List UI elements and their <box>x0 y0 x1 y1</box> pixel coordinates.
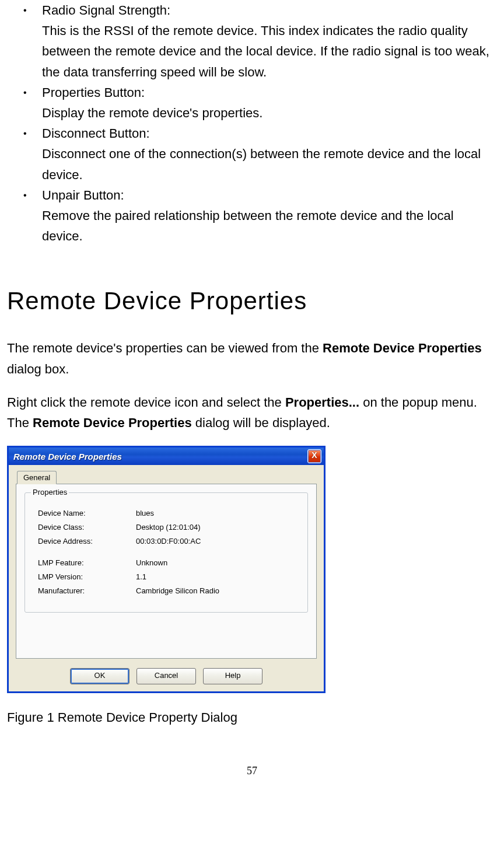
prop-value: Cambridge Silicon Radio <box>136 586 297 595</box>
properties-group: Properties Device Name: blues Device Cla… <box>24 492 308 613</box>
bullet-icon: • <box>23 185 27 206</box>
bold-text: Remote Device Properties <box>323 341 482 355</box>
prop-value: 1.1 <box>136 572 297 581</box>
prop-value: Desktop (12:01:04) <box>136 523 297 532</box>
prop-label: LMP Feature: <box>38 558 136 567</box>
bold-text: Properties... <box>285 395 359 410</box>
item-desc: Disconnect one of the connection(s) betw… <box>42 144 497 184</box>
prop-value: 00:03:0D:F0:00:AC <box>136 537 297 546</box>
close-button[interactable]: X <box>307 449 321 463</box>
page-number: 57 <box>7 763 497 779</box>
prop-label: Device Class: <box>38 523 136 532</box>
bullet-icon: • <box>23 123 27 144</box>
prop-value: blues <box>136 509 297 518</box>
paragraph: Right click the remote device icon and s… <box>7 392 497 433</box>
prop-row: Manufacturer: Cambridge Silicon Radio <box>38 586 297 595</box>
figure-caption: Figure 1 Remote Device Property Dialog <box>7 707 497 728</box>
item-desc: Remove the paired relationship between t… <box>42 205 497 246</box>
ok-button[interactable]: OK <box>70 668 130 684</box>
cancel-button[interactable]: Cancel <box>136 668 196 684</box>
prop-label: LMP Version: <box>38 572 136 581</box>
item-desc: Display the remote device's properties. <box>42 103 497 123</box>
list-item: • Disconnect Button: Disconnect one of t… <box>7 123 497 185</box>
item-title: Properties Button: <box>42 82 497 103</box>
text: Right click the remote device icon and s… <box>7 395 285 410</box>
dialog-title: Remote Device Properties <box>13 452 122 462</box>
prop-row: LMP Feature: Unknown <box>38 558 297 567</box>
prop-row: Device Name: blues <box>38 509 297 518</box>
help-button[interactable]: Help <box>203 668 262 684</box>
text: dialog will be displayed. <box>192 415 330 430</box>
bullet-icon: • <box>23 82 27 103</box>
prop-label: Manufacturer: <box>38 586 136 595</box>
prop-label: Device Name: <box>38 509 136 518</box>
bold-text: Remote Device Properties <box>33 415 192 430</box>
list-item: • Properties Button: Display the remote … <box>7 82 497 123</box>
prop-row: LMP Version: 1.1 <box>38 572 297 581</box>
tab-panel: Properties Device Name: blues Device Cla… <box>16 484 317 659</box>
section-heading: Remote Device Properties <box>7 281 497 320</box>
title-bar[interactable]: Remote Device Properties X <box>9 448 324 465</box>
item-title: Radio Signal Strength: <box>42 0 497 20</box>
item-title: Disconnect Button: <box>42 123 497 144</box>
text: dialog box. <box>7 362 69 376</box>
list-item: • Radio Signal Strength: This is the RSS… <box>7 0 497 82</box>
prop-row: Device Class: Desktop (12:01:04) <box>38 523 297 532</box>
tab-strip: General <box>16 470 317 484</box>
text: The remote device's properties can be vi… <box>7 341 323 355</box>
bullet-list: • Radio Signal Strength: This is the RSS… <box>7 0 497 246</box>
group-legend: Properties <box>31 488 69 497</box>
item-title: Unpair Button: <box>42 185 497 205</box>
prop-value: Unknown <box>136 558 297 567</box>
tab-general[interactable]: General <box>17 471 57 484</box>
close-icon: X <box>312 450 317 460</box>
dialog-window: Remote Device Properties X General Prope… <box>7 446 326 693</box>
prop-label: Device Address: <box>38 537 136 546</box>
prop-row: Device Address: 00:03:0D:F0:00:AC <box>38 537 297 546</box>
dialog-body: General Properties Device Name: blues De… <box>9 465 324 691</box>
paragraph: The remote device's properties can be vi… <box>7 338 497 379</box>
item-desc: This is the RSSI of the remote device. T… <box>42 20 497 82</box>
dialog-button-row: OK Cancel Help <box>16 668 317 684</box>
list-item: • Unpair Button: Remove the paired relat… <box>7 185 497 247</box>
bullet-icon: • <box>23 0 27 21</box>
